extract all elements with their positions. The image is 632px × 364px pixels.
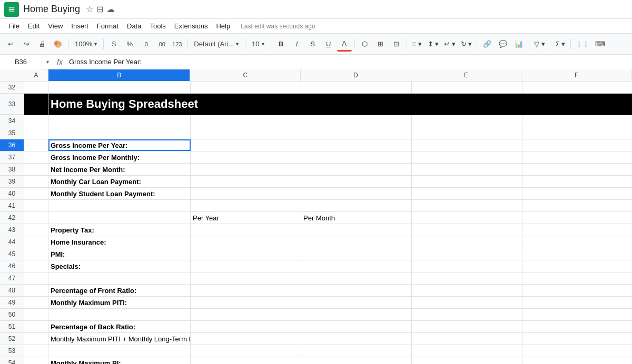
- cell-c32[interactable]: [191, 82, 301, 93]
- cell-c46[interactable]: [191, 260, 301, 272]
- input-tools-button[interactable]: ⌨: [592, 37, 607, 52]
- cell-f38[interactable]: [522, 164, 632, 175]
- two-decimal-button[interactable]: .00: [154, 37, 169, 52]
- cell-c36[interactable]: [191, 139, 301, 151]
- formula-input[interactable]: Gross Income Per Year:: [67, 55, 632, 69]
- cell-c43[interactable]: [191, 224, 301, 236]
- cell-e51[interactable]: [412, 321, 522, 332]
- cell-c50[interactable]: [191, 309, 301, 320]
- cell-d40[interactable]: [301, 188, 412, 199]
- cell-b50[interactable]: [48, 309, 191, 320]
- cell-a46[interactable]: [24, 260, 48, 272]
- cell-d42[interactable]: Per Month: [301, 212, 412, 224]
- cell-b37[interactable]: Gross Income Per Monthly:: [48, 151, 191, 163]
- col-header-c[interactable]: C: [190, 69, 301, 81]
- cell-c35[interactable]: [191, 127, 301, 139]
- cell-e41[interactable]: [412, 200, 522, 211]
- cell-f32[interactable]: [522, 82, 632, 93]
- cell-e39[interactable]: [412, 176, 522, 187]
- cell-b36[interactable]: Gross Income Per Year:: [48, 139, 191, 151]
- cell-d35[interactable]: [301, 127, 412, 139]
- cell-a34[interactable]: [24, 115, 48, 127]
- cell-e49[interactable]: [412, 297, 522, 308]
- row-num-33[interactable]: 33: [0, 94, 24, 115]
- cell-f45[interactable]: [522, 248, 632, 260]
- cell-d49[interactable]: [301, 297, 412, 308]
- comment-button[interactable]: 💬: [496, 37, 510, 52]
- cell-f50[interactable]: [522, 309, 632, 320]
- format-number-button[interactable]: 123: [170, 37, 184, 52]
- text-color-button[interactable]: A: [337, 37, 352, 52]
- menu-tools[interactable]: Tools: [145, 20, 170, 32]
- cell-f35[interactable]: [522, 127, 632, 139]
- row-num-32[interactable]: 32: [0, 82, 24, 93]
- cell-f44[interactable]: [522, 236, 632, 248]
- cell-f37[interactable]: [522, 151, 632, 163]
- cell-d44[interactable]: [301, 236, 412, 248]
- menu-file[interactable]: File: [4, 20, 24, 32]
- row-num-36[interactable]: 36: [0, 139, 24, 151]
- row-num-44[interactable]: 44: [0, 236, 24, 248]
- row-num-35[interactable]: 35: [0, 127, 24, 139]
- cell-c54[interactable]: [191, 357, 301, 364]
- row-num-41[interactable]: 41: [0, 200, 24, 211]
- menu-view[interactable]: View: [44, 20, 67, 32]
- cell-a45[interactable]: [24, 248, 48, 260]
- cell-a32[interactable]: [24, 82, 48, 93]
- cell-f48[interactable]: [522, 285, 632, 296]
- row-num-47[interactable]: 47: [0, 272, 24, 284]
- row-num-54[interactable]: 54: [0, 357, 24, 364]
- cell-c52[interactable]: [191, 333, 301, 345]
- link-button[interactable]: 🔗: [480, 37, 495, 52]
- cell-b32[interactable]: [48, 82, 191, 93]
- cell-f41[interactable]: [522, 200, 632, 211]
- redo-button[interactable]: ↪: [19, 37, 34, 52]
- cell-f52[interactable]: [522, 333, 632, 345]
- cell-c53[interactable]: [191, 345, 301, 357]
- cell-c34[interactable]: [191, 115, 301, 127]
- cell-e48[interactable]: [412, 285, 522, 296]
- cell-d45[interactable]: [301, 248, 412, 260]
- cell-b35[interactable]: [48, 127, 191, 139]
- cell-d50[interactable]: [301, 309, 412, 320]
- row-num-39[interactable]: 39: [0, 176, 24, 187]
- cell-e45[interactable]: [412, 248, 522, 260]
- col-header-a[interactable]: A: [24, 69, 48, 81]
- paint-format-button[interactable]: 🎨: [51, 37, 65, 52]
- italic-button[interactable]: I: [290, 37, 304, 52]
- menu-insert[interactable]: Insert: [67, 20, 93, 32]
- cell-d43[interactable]: [301, 224, 412, 236]
- cell-a41[interactable]: [24, 200, 48, 211]
- cell-b43[interactable]: Property Tax:: [48, 224, 191, 236]
- row-num-34[interactable]: 34: [0, 115, 24, 127]
- cell-d38[interactable]: [301, 164, 412, 175]
- menu-format[interactable]: Format: [93, 20, 123, 32]
- dollar-button[interactable]: $: [106, 37, 121, 52]
- underline-button[interactable]: U: [321, 37, 336, 52]
- print-button[interactable]: 🖨: [35, 37, 50, 52]
- cell-d54[interactable]: [301, 357, 412, 364]
- cell-e36[interactable]: [412, 139, 522, 151]
- cell-b33-title[interactable]: Home Buying Spreadsheet: [48, 94, 632, 115]
- align-v-button[interactable]: ⬍ ▾: [426, 37, 441, 52]
- cell-b47[interactable]: [48, 272, 191, 284]
- cell-reference-input[interactable]: B36: [0, 55, 42, 69]
- cell-c49[interactable]: [191, 297, 301, 308]
- cell-f49[interactable]: [522, 297, 632, 308]
- cell-d51[interactable]: [301, 321, 412, 332]
- cell-e35[interactable]: [412, 127, 522, 139]
- cell-e34[interactable]: [412, 115, 522, 127]
- cell-e38[interactable]: [412, 164, 522, 175]
- cell-d34[interactable]: [301, 115, 412, 127]
- col-header-e[interactable]: E: [411, 69, 522, 81]
- cell-a53[interactable]: [24, 345, 48, 357]
- cell-b51[interactable]: Percentage of Back Ratio:: [48, 321, 191, 332]
- cell-c40[interactable]: [191, 188, 301, 199]
- cell-f42[interactable]: [522, 212, 632, 224]
- bold-button[interactable]: B: [274, 37, 289, 52]
- cell-e44[interactable]: [412, 236, 522, 248]
- star-icon[interactable]: ☆: [86, 4, 93, 14]
- cell-e50[interactable]: [412, 309, 522, 320]
- font-family-dropdown[interactable]: Default (Ari... ▾: [190, 37, 242, 52]
- cell-a40[interactable]: [24, 188, 48, 199]
